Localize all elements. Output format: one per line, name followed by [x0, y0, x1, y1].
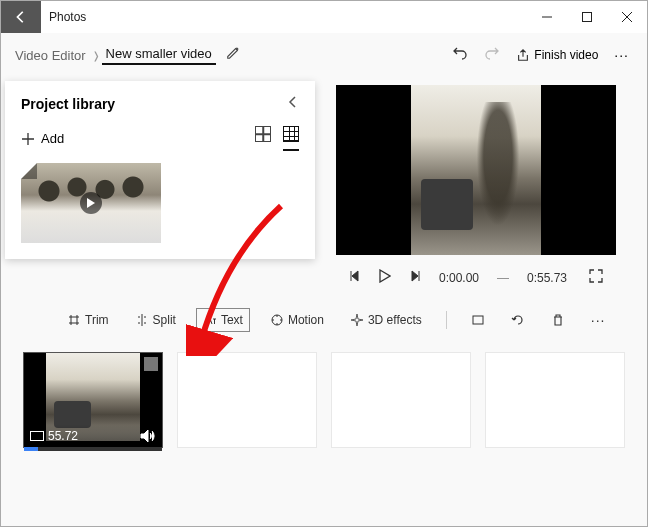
duration-icon [30, 431, 44, 441]
chevron-right-icon: ❭ [90, 50, 102, 61]
finish-video-label: Finish video [534, 48, 598, 62]
trim-button[interactable]: Trim [61, 309, 115, 331]
split-label: Split [153, 313, 176, 327]
play-icon [87, 198, 95, 208]
breadcrumb-root[interactable]: Video Editor [11, 48, 90, 63]
grid-view-small-button[interactable] [283, 126, 299, 151]
more-icon: ··· [614, 47, 629, 63]
library-thumbnail[interactable] [21, 163, 161, 243]
motion-icon [270, 313, 284, 327]
finish-video-button[interactable]: Finish video [516, 48, 598, 62]
add-media-button[interactable]: Add [21, 131, 64, 146]
text-button[interactable]: Text [196, 308, 250, 332]
back-button[interactable] [1, 1, 41, 33]
svg-rect-1 [583, 13, 592, 22]
svg-rect-4 [31, 432, 44, 441]
svg-rect-3 [473, 316, 483, 324]
export-icon [516, 48, 530, 62]
toolbar-more-button[interactable]: ··· [585, 308, 612, 332]
storyboard-empty-slot[interactable] [331, 352, 471, 448]
clip-duration: 55.72 [48, 429, 78, 443]
storyboard-clip[interactable]: 55.72 [23, 352, 163, 448]
3d-effects-button[interactable]: 3D effects [344, 309, 428, 331]
split-icon [135, 313, 149, 327]
project-library-title: Project library [21, 96, 115, 112]
trash-icon [551, 313, 565, 327]
delete-button[interactable] [545, 309, 571, 331]
grid-view-large-button[interactable] [255, 126, 271, 151]
maximize-icon [582, 12, 592, 22]
storyboard-toolbar: Trim Split Text Motion 3D effects ··· [1, 286, 647, 344]
toolbar-divider [446, 311, 447, 329]
rotate-button[interactable] [505, 309, 531, 331]
main-row: Project library Add [1, 77, 647, 286]
pencil-icon [226, 46, 240, 60]
grid-small-icon [283, 126, 299, 142]
motion-button[interactable]: Motion [264, 309, 330, 331]
play-icon [379, 269, 391, 283]
volume-icon[interactable] [140, 429, 156, 443]
step-back-icon [349, 270, 361, 282]
storyboard: 55.72 [1, 344, 647, 464]
crop-icon [471, 313, 485, 327]
video-preview[interactable] [336, 85, 616, 255]
top-bar: Video Editor ❭ New smaller video Finish … [1, 33, 647, 77]
previous-frame-button[interactable] [349, 270, 361, 285]
resize-button[interactable] [465, 309, 491, 331]
next-frame-button[interactable] [409, 270, 421, 285]
arrow-left-icon [14, 10, 28, 24]
play-badge [80, 192, 102, 214]
storyboard-empty-slot[interactable] [485, 352, 625, 448]
minimize-button[interactable] [527, 1, 567, 33]
text-icon [203, 313, 217, 327]
maximize-button[interactable] [567, 1, 607, 33]
rotate-icon [511, 313, 525, 327]
rename-button[interactable] [226, 46, 240, 64]
undo-icon [452, 45, 468, 61]
project-library-panel: Project library Add [5, 81, 315, 259]
preview-column: 0:00.00 — 0:55.73 [325, 81, 627, 286]
3d-effects-label: 3D effects [368, 313, 422, 327]
split-button[interactable]: Split [129, 309, 182, 331]
step-forward-icon [409, 270, 421, 282]
undo-button[interactable] [452, 45, 468, 65]
fullscreen-button[interactable] [589, 269, 603, 286]
clip-progress [24, 447, 162, 451]
app-title: Photos [49, 10, 86, 24]
add-media-label: Add [41, 131, 64, 146]
clip-checkbox[interactable] [144, 357, 158, 371]
thumbnail-fold-corner [21, 163, 37, 179]
motion-label: Motion [288, 313, 324, 327]
plus-icon [21, 132, 35, 146]
chevron-left-icon [287, 95, 299, 109]
close-icon [622, 12, 632, 22]
more-icon: ··· [591, 312, 606, 328]
expand-icon [589, 269, 603, 283]
trim-icon [67, 313, 81, 327]
playback-controls: 0:00.00 — 0:55.73 [349, 269, 603, 286]
minimize-icon [542, 12, 552, 22]
collapse-library-button[interactable] [287, 95, 299, 112]
redo-icon [484, 45, 500, 61]
title-bar: Photos [1, 1, 647, 33]
grid-large-icon [255, 126, 271, 142]
more-button[interactable]: ··· [614, 47, 629, 63]
text-label: Text [221, 313, 243, 327]
video-frame [411, 85, 541, 255]
breadcrumb-project[interactable]: New smaller video [102, 46, 216, 65]
time-separator: — [497, 271, 509, 285]
time-total: 0:55.73 [527, 271, 567, 285]
close-button[interactable] [607, 1, 647, 33]
sparkle-icon [350, 313, 364, 327]
window-controls [527, 1, 647, 33]
storyboard-empty-slot[interactable] [177, 352, 317, 448]
trim-label: Trim [85, 313, 109, 327]
redo-button[interactable] [484, 45, 500, 65]
play-button[interactable] [379, 269, 391, 286]
time-current: 0:00.00 [439, 271, 479, 285]
